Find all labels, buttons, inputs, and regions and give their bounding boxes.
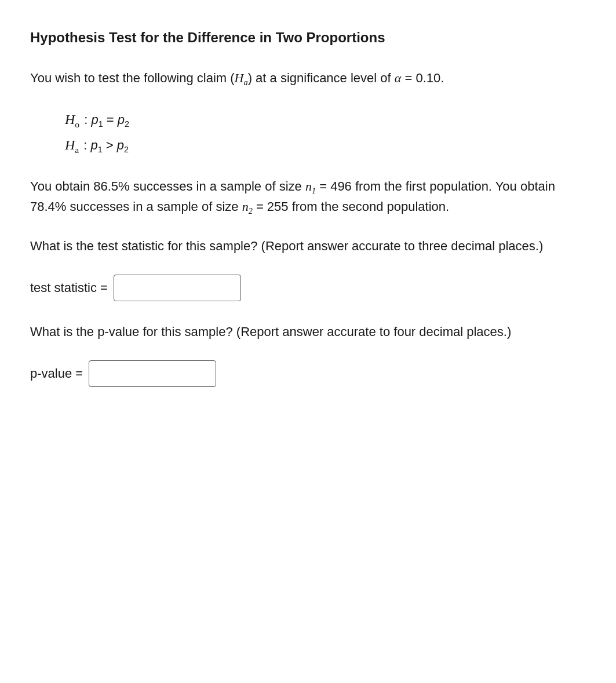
sample-description: You obtain 86.5% successes in a sample o… — [30, 177, 586, 218]
test-statistic-row: test statistic = — [30, 275, 586, 301]
main-container: Hypothesis Test for the Difference in Tw… — [30, 28, 586, 387]
test-statistic-input[interactable] — [114, 275, 241, 301]
pvalue-row: p-value = — [30, 360, 586, 387]
page-title: Hypothesis Test for the Difference in Tw… — [30, 28, 586, 48]
hypotheses-block: Ho : p1 = p2 Ha : p1 > p2 — [65, 107, 586, 158]
n2-symbol: n2 — [242, 199, 253, 214]
pvalue-question: What is the p-value for this sample? (Re… — [30, 322, 586, 342]
ha-symbol: Ha — [235, 71, 248, 85]
test-statistic-question: What is the test statistic for this samp… — [30, 236, 586, 256]
alpha-symbol: α — [395, 71, 402, 85]
null-h-symbol: Ho — [65, 107, 79, 133]
alt-hypothesis: Ha : p1 > p2 — [65, 133, 586, 158]
n1-symbol: n1 — [305, 179, 316, 193]
pvalue-label: p-value = — [30, 366, 83, 381]
test-statistic-label: test statistic = — [30, 280, 108, 295]
pvalue-input[interactable] — [89, 360, 216, 387]
alt-h-statement: : p1 > p2 — [83, 134, 129, 158]
alt-h-symbol: Ha — [65, 133, 79, 158]
null-hypothesis: Ho : p1 = p2 — [65, 107, 586, 133]
intro-paragraph: You wish to test the following claim (Ha… — [30, 68, 586, 89]
null-h-statement: : p1 = p2 — [84, 108, 129, 132]
